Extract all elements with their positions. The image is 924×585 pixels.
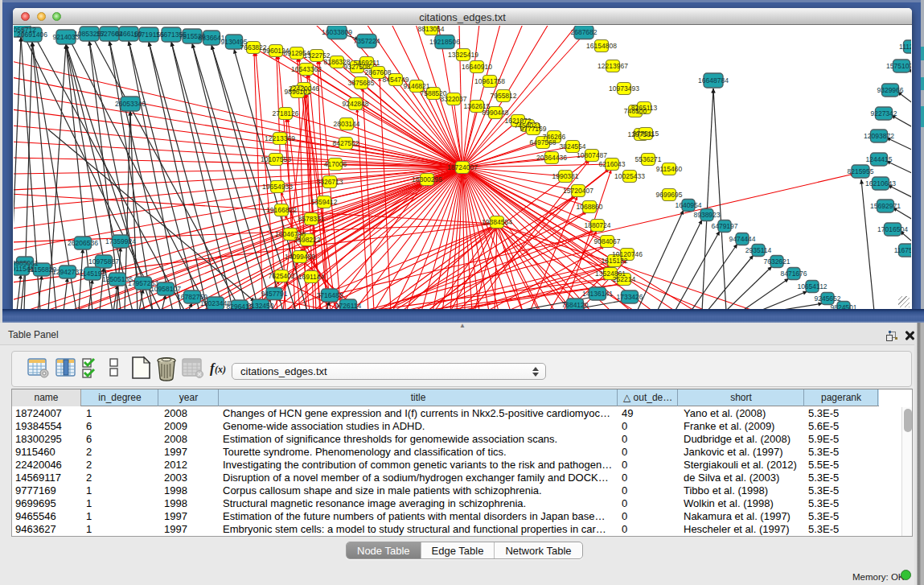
svg-text:26206536: 26206536 <box>68 239 98 247</box>
svg-text:7955812: 7955812 <box>490 92 516 100</box>
svg-text:1733426: 1733426 <box>616 293 643 301</box>
svg-text:15751074: 15751074 <box>886 62 911 70</box>
svg-text:3824554: 3824554 <box>559 142 585 150</box>
svg-text:2718126: 2718126 <box>272 109 298 117</box>
svg-text:10807487: 10807487 <box>577 151 607 159</box>
svg-text:19218506: 19218506 <box>429 38 460 46</box>
svg-text:2935114: 2935114 <box>745 246 772 254</box>
svg-text:3698222: 3698222 <box>294 236 320 244</box>
svg-text:9699695: 9699695 <box>655 191 682 199</box>
svg-text:9227342: 9227342 <box>870 109 897 117</box>
svg-text:2803144: 2803144 <box>333 120 359 128</box>
svg-text:1068860: 1068860 <box>576 203 602 211</box>
svg-text:9726114: 9726114 <box>335 302 362 309</box>
svg-text:9084067: 9084067 <box>593 237 620 245</box>
svg-text:8215955: 8215955 <box>847 167 873 175</box>
svg-text:10975887: 10975887 <box>88 257 119 266</box>
svg-text:417006: 417006 <box>324 160 347 168</box>
svg-text:9329966: 9329966 <box>877 86 903 94</box>
svg-text:20691406: 20691406 <box>17 31 47 39</box>
svg-text:1244415: 1244415 <box>865 155 892 163</box>
svg-text:9474444: 9474444 <box>729 235 755 243</box>
svg-text:1640954: 1640954 <box>675 201 701 209</box>
svg-text:1880724: 1880724 <box>584 221 610 229</box>
svg-text:14136141: 14136141 <box>582 290 613 298</box>
svg-text:12093872: 12093872 <box>864 132 894 140</box>
svg-text:(x): (x) <box>215 364 226 375</box>
svg-text:9457791: 9457791 <box>261 290 287 298</box>
svg-text:5469211: 5469211 <box>354 59 380 67</box>
svg-text:8471676: 8471676 <box>780 270 807 278</box>
svg-text:12213369: 12213369 <box>265 134 295 142</box>
svg-text:9896101: 9896101 <box>284 88 310 96</box>
svg-text:10025433: 10025433 <box>614 172 645 180</box>
svg-text:8938923: 8938923 <box>693 211 720 219</box>
svg-text:19654933: 19654933 <box>262 183 293 191</box>
svg-text:746266: 746266 <box>543 133 566 141</box>
svg-text:1691144: 1691144 <box>298 273 325 281</box>
svg-text:14099489: 14099489 <box>285 253 315 261</box>
svg-text:6216043: 6216043 <box>598 160 625 168</box>
svg-text:8578331: 8578331 <box>298 215 324 223</box>
svg-text:7632621: 7632621 <box>763 257 790 266</box>
svg-text:18300295: 18300295 <box>412 175 442 183</box>
svg-text:16648784: 16648784 <box>698 76 729 84</box>
svg-text:8990448: 8990448 <box>482 109 508 117</box>
svg-text:7684120: 7684120 <box>561 301 588 309</box>
svg-text:9115460: 9115460 <box>656 165 683 173</box>
svg-text:5359412: 5359412 <box>310 198 337 206</box>
svg-text:10961758: 10961758 <box>474 77 505 85</box>
svg-text:26053346: 26053346 <box>115 100 146 108</box>
svg-text:12942737: 12942737 <box>52 268 83 276</box>
svg-text:9824501: 9824501 <box>830 303 856 309</box>
svg-text:16154808: 16154808 <box>586 42 617 50</box>
svg-text:15692971: 15692971 <box>870 202 901 210</box>
svg-text:1990381: 1990381 <box>552 172 578 180</box>
svg-text:16033809: 16033809 <box>322 28 352 36</box>
svg-text:13325419: 13325419 <box>448 51 478 59</box>
svg-text:2687682: 2687682 <box>570 28 597 36</box>
svg-text:9242848: 9242848 <box>342 100 368 108</box>
svg-text:7625402: 7625402 <box>268 272 294 280</box>
svg-text:8265113: 8265113 <box>631 104 658 112</box>
svg-text:10973493: 10973493 <box>609 84 639 93</box>
svg-text:8813054: 8813054 <box>417 26 444 33</box>
svg-text:1167534: 1167534 <box>894 246 911 254</box>
svg-text:19384554: 19384554 <box>482 218 512 226</box>
svg-text:3875685: 3875685 <box>347 79 374 87</box>
svg-text:10958107: 10958107 <box>150 285 181 293</box>
svg-text:20364436: 20364436 <box>536 154 567 162</box>
svg-text:7357224: 7357224 <box>353 37 380 45</box>
svg-text:1112843: 1112843 <box>899 43 911 51</box>
svg-text:9777169: 9777169 <box>519 125 546 133</box>
svg-text:16543362: 16543362 <box>291 65 322 73</box>
svg-text:12213967: 12213967 <box>598 62 628 70</box>
svg-text:1615132: 1615132 <box>601 257 627 265</box>
svg-text:9775115: 9775115 <box>633 130 659 138</box>
svg-text:8427552: 8427552 <box>332 139 359 147</box>
svg-text:10107553: 10107553 <box>261 155 291 163</box>
svg-text:3326713: 3326713 <box>316 178 343 186</box>
svg-text:16640910: 16640910 <box>462 63 492 71</box>
svg-text:6479197: 6479197 <box>711 222 737 230</box>
svg-text:19166822: 19166822 <box>266 206 297 214</box>
svg-text:252214: 252214 <box>613 275 636 283</box>
svg-text:17016504: 17016504 <box>877 225 908 233</box>
svg-text:9245652: 9245652 <box>814 295 840 303</box>
svg-text:16210643: 16210643 <box>865 179 896 187</box>
svg-text:9132450: 9132450 <box>247 302 273 309</box>
svg-text:18724007: 18724007 <box>447 163 478 171</box>
svg-text:5536271: 5536271 <box>634 155 661 163</box>
svg-text:17359924: 17359924 <box>105 237 136 245</box>
svg-text:15720407: 15720407 <box>563 187 593 195</box>
svg-text:3716485: 3716485 <box>316 291 343 299</box>
svg-text:10654112: 10654112 <box>797 282 827 290</box>
